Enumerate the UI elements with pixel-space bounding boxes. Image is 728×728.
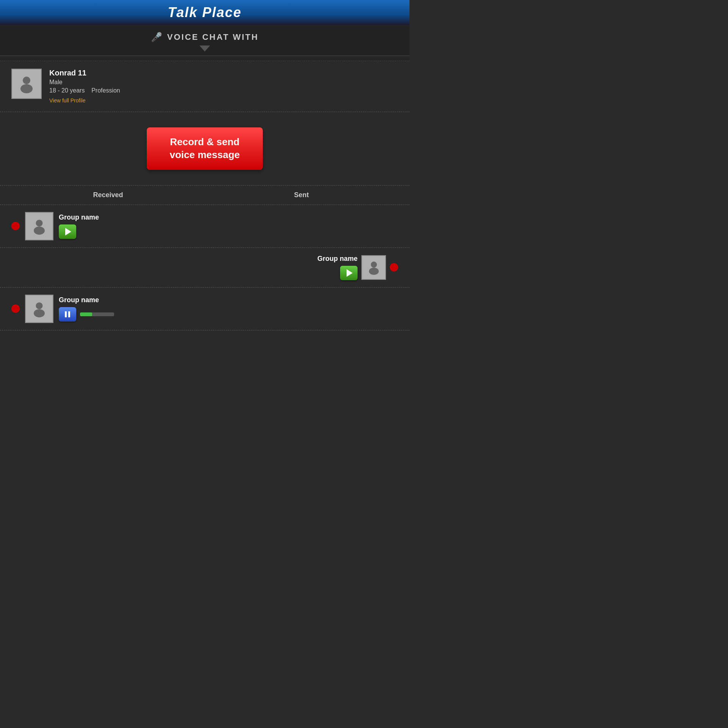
message-content-1: Group name bbox=[59, 213, 99, 239]
message-row-1: Group name bbox=[0, 205, 410, 248]
messages-header: Received Sent bbox=[0, 186, 410, 205]
playback-controls bbox=[59, 307, 114, 322]
message-content-3: Group name bbox=[59, 296, 114, 322]
svg-point-5 bbox=[369, 268, 379, 275]
profile-avatar bbox=[11, 69, 42, 99]
app-title: Talk Place bbox=[8, 5, 402, 20]
play-icon-2 bbox=[347, 269, 353, 277]
progress-bar-fill bbox=[80, 312, 92, 316]
received-label: Received bbox=[11, 191, 205, 199]
svg-point-1 bbox=[20, 84, 33, 93]
profile-name: Konrad 11 bbox=[49, 69, 398, 77]
group-name-3: Group name bbox=[59, 296, 114, 304]
person-icon bbox=[17, 74, 36, 93]
profile-profession: Profession bbox=[91, 87, 120, 94]
play-button-2[interactable] bbox=[340, 266, 358, 280]
pause-bar-left bbox=[65, 311, 67, 317]
voice-chat-text: VOICE CHAT WITH bbox=[167, 32, 259, 42]
pause-bar-right bbox=[68, 311, 70, 317]
person-icon-3 bbox=[31, 300, 48, 317]
person-icon-1 bbox=[31, 218, 48, 235]
voice-chat-section: 🎤 VOICE CHAT WITH bbox=[0, 25, 410, 56]
record-send-button[interactable]: Record & sendvoice message bbox=[147, 127, 262, 170]
unread-indicator-3 bbox=[11, 304, 20, 313]
play-button-1[interactable] bbox=[59, 224, 76, 239]
pause-icon-1 bbox=[65, 311, 70, 317]
mic-icon: 🎤 bbox=[151, 32, 163, 42]
profile-info: Konrad 11 Male 18 - 20 years Profession … bbox=[49, 69, 398, 104]
progress-bar-bg bbox=[80, 312, 114, 316]
view-profile-link[interactable]: View full Profile bbox=[49, 97, 85, 104]
profile-gender: Male bbox=[49, 79, 398, 86]
voice-chat-label: 🎤 VOICE CHAT WITH bbox=[8, 32, 402, 42]
profile-section: Konrad 11 Male 18 - 20 years Profession … bbox=[0, 61, 410, 112]
message-row-3: Group name bbox=[0, 288, 410, 330]
app-header: Talk Place bbox=[0, 0, 410, 25]
svg-point-3 bbox=[34, 226, 45, 235]
bottom-spacer bbox=[0, 331, 410, 353]
svg-point-6 bbox=[36, 302, 43, 309]
person-icon-2 bbox=[366, 260, 381, 275]
spacer-1 bbox=[0, 56, 410, 61]
message-row-2: Group name bbox=[0, 248, 410, 287]
message-content-2: Group name bbox=[317, 255, 358, 280]
group-name-2: Group name bbox=[317, 255, 358, 263]
play-icon-1 bbox=[65, 228, 71, 235]
svg-point-7 bbox=[34, 309, 45, 317]
unread-indicator-1 bbox=[11, 222, 20, 230]
pause-button-1[interactable] bbox=[59, 307, 76, 322]
svg-point-2 bbox=[36, 220, 43, 226]
chevron-down-icon bbox=[199, 46, 210, 52]
profile-details: 18 - 20 years Profession bbox=[49, 87, 398, 94]
svg-point-0 bbox=[23, 77, 30, 84]
group-name-1: Group name bbox=[59, 213, 99, 221]
message-avatar-2 bbox=[361, 255, 386, 280]
svg-point-4 bbox=[371, 262, 377, 268]
message-avatar-1 bbox=[25, 212, 53, 240]
sent-label: Sent bbox=[205, 191, 398, 199]
unread-indicator-2 bbox=[390, 263, 398, 271]
profile-age: 18 - 20 years bbox=[49, 87, 85, 94]
message-avatar-3 bbox=[25, 295, 53, 323]
record-section: Record & sendvoice message bbox=[0, 112, 410, 185]
